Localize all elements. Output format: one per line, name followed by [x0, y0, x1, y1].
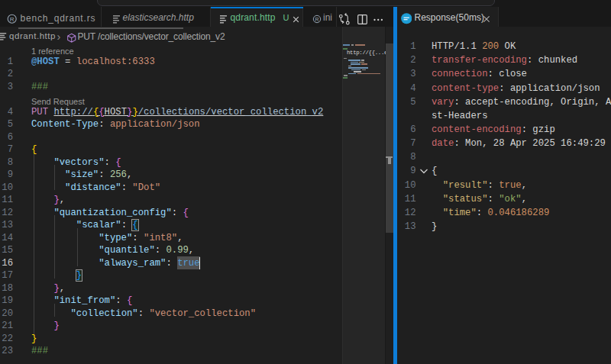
svg-text:R: R [10, 16, 15, 23]
svg-text:R: R [315, 17, 318, 22]
